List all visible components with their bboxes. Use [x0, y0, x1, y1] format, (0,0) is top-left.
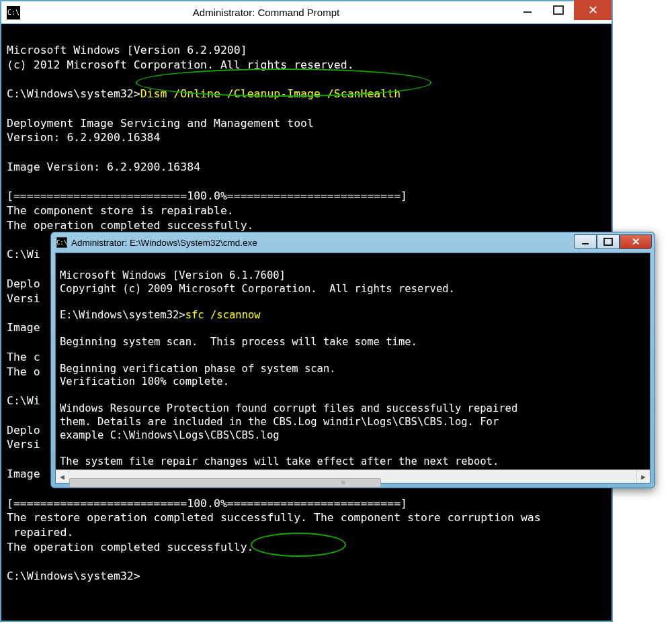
terminal-line: C:\Wi [7, 248, 40, 261]
scrollbar-grip-icon: ≡ [341, 479, 346, 486]
terminal-prompt: C:\Windows\system32> [7, 570, 140, 582]
terminal-line: Deplo [7, 424, 40, 437]
terminal-prompt: E:\Windows\system32> [60, 309, 185, 321]
terminal-line: repaired. [7, 526, 73, 539]
terminal-line: example C:\Windows\Logs\CBS\CBS.log [60, 429, 280, 441]
terminal-line: Beginning verification phase of system s… [60, 363, 336, 375]
minimize-button[interactable] [574, 234, 597, 249]
terminal-line: Deployment Image Servicing and Managemen… [7, 117, 314, 130]
terminal-line: them. Details are included in the CBS.Lo… [60, 416, 499, 428]
terminal-line: The operation completed successfully. [7, 541, 254, 553]
scroll-left-button[interactable]: ◄ [56, 470, 69, 483]
highlighted-command: Dism /Online /Cleanup-Image /ScanHealth [140, 87, 401, 101]
close-button[interactable]: ✕ [620, 234, 652, 249]
maximize-button[interactable] [597, 234, 620, 249]
cmd-icon: C:\ [56, 237, 67, 248]
terminal-line: Image [7, 321, 40, 334]
maximize-button[interactable] [543, 0, 574, 20]
terminal-line: Windows Resource Protection found corrup… [60, 402, 517, 414]
terminal-line: The restore operation completed successf… [7, 511, 541, 524]
terminal-line: Beginning system scan. This process will… [60, 336, 417, 348]
terminal-line: Image [7, 467, 40, 480]
titlebar-win8[interactable]: C:\ Administrator: Command Prompt ✕ [1, 1, 612, 24]
terminal-line: Verification 100% complete. [60, 375, 229, 388]
terminal-line: Version: 6.2.9200.16384 [7, 131, 160, 144]
terminal-line: The c [7, 351, 40, 363]
scrollbar-thumb[interactable] [69, 478, 381, 488]
terminal-line: The o [7, 365, 40, 378]
highlighted-command: sfc /scannow [185, 309, 261, 321]
command-prompt-window-win7: C:\ Administrator: E:\Windows\System32\c… [50, 232, 655, 488]
terminal-line: Versi [7, 438, 40, 451]
terminal-line: Deplo [7, 277, 40, 290]
terminal-line: The operation completed successfully. [7, 219, 254, 232]
terminal-prompt: C:\Windows\system32> [7, 87, 140, 100]
terminal-line: Copyright (c) 2009 Microsoft Corporation… [60, 283, 455, 295]
window-title: Administrator: E:\Windows\System32\cmd.e… [71, 238, 574, 248]
terminal-line: Microsoft Windows [Version 6.1.7600] [60, 269, 286, 281]
progress-bar-text: [==========================100.0%=======… [7, 497, 407, 510]
terminal-line: (c) 2012 Microsoft Corporation. All righ… [7, 58, 354, 71]
terminal-line: Microsoft Windows [Version 6.2.9200] [7, 44, 247, 56]
minimize-button[interactable] [512, 0, 543, 20]
window-title: Administrator: Command Prompt [20, 7, 512, 18]
scroll-right-button[interactable]: ► [636, 470, 650, 483]
window-controls: ✕ [512, 1, 612, 24]
horizontal-scrollbar[interactable]: ◄ ≡ ► [56, 469, 650, 483]
progress-bar-text: [==========================100.0%=======… [7, 189, 407, 202]
terminal-line: C:\Wi [7, 394, 40, 407]
terminal-line: Versi [7, 292, 40, 305]
window-controls: ✕ [574, 234, 652, 249]
terminal-output-win7[interactable]: Microsoft Windows [Version 6.1.7600] Cop… [56, 253, 650, 469]
close-button[interactable]: ✕ [574, 0, 612, 20]
terminal-frame: Microsoft Windows [Version 6.1.7600] Cop… [55, 253, 650, 484]
terminal-line: The system file repair changes will take… [60, 455, 499, 467]
terminal-line: The component store is repairable. [7, 204, 234, 217]
cmd-icon: C:\ [7, 6, 20, 19]
terminal-line: Image Version: 6.2.9200.16384 [7, 161, 200, 173]
titlebar-win7[interactable]: C:\ Administrator: E:\Windows\System32\c… [51, 232, 655, 253]
